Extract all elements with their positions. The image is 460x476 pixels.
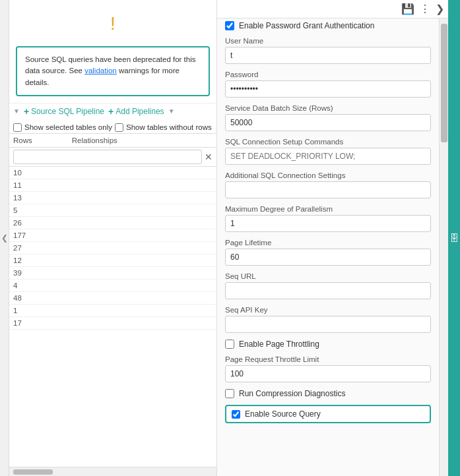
- validation-link[interactable]: validation: [84, 67, 117, 74]
- additional-sql-input[interactable]: [225, 181, 431, 198]
- seq-url-row: Seq URL: [225, 272, 431, 299]
- username-row: User Name: [225, 37, 431, 64]
- row-value: 5: [13, 206, 53, 214]
- table-row: 1: [9, 305, 216, 317]
- row-value: 1: [13, 307, 53, 314]
- row-value: 26: [13, 219, 53, 227]
- page-request-row: Page Request Throttle Limit: [225, 355, 431, 382]
- show-without-rows-label: Show tables without rows: [126, 123, 212, 131]
- show-without-rows-checkbox[interactable]: [115, 123, 123, 132]
- service-batch-label: Service Data Batch Size (Rows): [225, 104, 431, 112]
- warning-text: Source SQL queries have been deprecated …: [25, 55, 196, 86]
- sql-setup-input[interactable]: [225, 148, 431, 165]
- seq-url-input[interactable]: [225, 282, 431, 299]
- left-edge-tab[interactable]: ❮: [0, 0, 9, 476]
- row-value: 11: [13, 181, 53, 189]
- chevron-right-icon[interactable]: ❯: [436, 3, 444, 15]
- row-value: 39: [13, 269, 53, 277]
- username-label: User Name: [225, 37, 431, 45]
- password-label: Password: [225, 71, 431, 78]
- service-batch-input[interactable]: [225, 114, 431, 131]
- run-compression-checkbox[interactable]: [225, 389, 234, 398]
- row-value: 4: [13, 282, 53, 289]
- password-row: Password: [225, 71, 431, 98]
- rows-column-header: Rows: [13, 136, 32, 144]
- table-controls: Show selected tables only Show tables wi…: [9, 119, 216, 133]
- seq-api-row: Seq API Key: [225, 306, 431, 333]
- row-value: 13: [13, 194, 53, 202]
- enable-source-query-checkbox[interactable]: [232, 410, 240, 419]
- max-parallel-label: Maximum Degree of Parallelism: [225, 205, 431, 213]
- pipeline-arrow-icon: ▼: [13, 107, 20, 115]
- vertical-scrollbar-thumb[interactable]: [441, 24, 447, 142]
- show-selected-label: Show selected tables only: [24, 123, 112, 131]
- password-input[interactable]: [225, 80, 431, 98]
- table-row: 27: [9, 242, 216, 254]
- table-row: 12: [9, 254, 216, 267]
- additional-sql-row: Additional SQL Connection Settings: [225, 171, 431, 198]
- row-value: 27: [13, 244, 53, 252]
- table-row: 5: [9, 204, 216, 217]
- table-row: 26: [9, 217, 216, 229]
- run-compression-row: Run Compression Diagnostics: [225, 389, 431, 398]
- plus-icon: +: [24, 106, 29, 117]
- page-lifetime-label: Page Lifetime: [225, 239, 431, 247]
- service-batch-row: Service Data Batch Size (Rows): [225, 104, 431, 131]
- source-sql-pipeline-button[interactable]: + Source SQL Pipeline: [24, 106, 104, 117]
- warning-box: Source SQL queries have been deprecated …: [16, 46, 210, 96]
- max-parallel-row: Maximum Degree of Parallelism: [225, 205, 431, 232]
- add-plus-icon: +: [108, 106, 114, 117]
- page-lifetime-input[interactable]: [225, 249, 431, 266]
- sql-setup-row: SQL Connection Setup Commands: [225, 138, 431, 165]
- enable-throttle-label: Enable Page Throttling: [239, 340, 319, 349]
- add-pipelines-button[interactable]: + Add Pipelines: [108, 106, 164, 117]
- seq-url-label: Seq URL: [225, 272, 431, 280]
- data-table: 10 11 13 5 26 177 27 12 39 4 48 1 17: [9, 167, 216, 467]
- row-value: 12: [13, 256, 53, 264]
- table-row: 17: [9, 317, 216, 330]
- max-parallel-input[interactable]: [225, 215, 431, 232]
- close-search-icon[interactable]: ✕: [205, 152, 213, 162]
- db-side-tab[interactable]: 🗄: [448, 0, 460, 476]
- username-input[interactable]: [225, 47, 431, 64]
- seq-api-label: Seq API Key: [225, 306, 431, 314]
- add-pipelines-arrow-icon: ▼: [168, 107, 175, 115]
- row-value: 17: [13, 319, 53, 327]
- right-toolbar: 💾 ⋮ ❯: [217, 0, 448, 18]
- right-panel: 💾 ⋮ ❯ Enable Password Grant Authenticati…: [217, 0, 448, 476]
- horizontal-scrollbar[interactable]: [9, 467, 216, 476]
- left-edge-arrow-icon: ❮: [1, 233, 8, 243]
- seq-api-input[interactable]: [225, 316, 431, 333]
- more-options-icon[interactable]: ⋮: [420, 3, 430, 15]
- pipeline-bar: ▼ + Source SQL Pipeline + Add Pipelines …: [9, 103, 216, 119]
- table-row: 11: [9, 179, 216, 192]
- enable-throttle-row: Enable Page Throttling: [225, 340, 431, 349]
- enable-password-label: Enable Password Grant Authentication: [239, 21, 374, 30]
- run-compression-label: Run Compression Diagnostics: [239, 389, 345, 398]
- page-request-label: Page Request Throttle Limit: [225, 355, 431, 363]
- search-row: ✕: [9, 148, 216, 167]
- table-search-input[interactable]: [13, 150, 202, 164]
- table-row: 177: [9, 229, 216, 242]
- right-content: Enable Password Grant Authentication Use…: [217, 18, 448, 476]
- sql-setup-label: SQL Connection Setup Commands: [225, 138, 431, 146]
- enable-source-query-label: Enable Source Query: [245, 409, 321, 419]
- db-icon: 🗄: [449, 233, 459, 243]
- enable-password-row: Enable Password Grant Authentication: [225, 21, 431, 30]
- left-top-section: ! Source SQL queries have been deprecate…: [9, 0, 216, 103]
- enable-password-checkbox[interactable]: [225, 21, 234, 30]
- save-icon[interactable]: 💾: [401, 3, 414, 15]
- pipeline-label: Source SQL Pipeline: [31, 107, 104, 116]
- row-value: 177: [13, 231, 53, 239]
- enable-source-query-row: Enable Source Query: [225, 405, 431, 423]
- form-scroll-area: Enable Password Grant Authentication Use…: [217, 18, 439, 476]
- horizontal-scrollbar-thumb[interactable]: [13, 469, 53, 475]
- table-row: 39: [9, 267, 216, 280]
- table-row: 13: [9, 192, 216, 204]
- page-request-input[interactable]: [225, 365, 431, 382]
- vertical-scrollbar[interactable]: [439, 18, 448, 476]
- enable-throttle-checkbox[interactable]: [225, 340, 234, 349]
- table-row: 48: [9, 292, 216, 305]
- table-row: 10: [9, 167, 216, 179]
- show-selected-checkbox[interactable]: [13, 123, 22, 132]
